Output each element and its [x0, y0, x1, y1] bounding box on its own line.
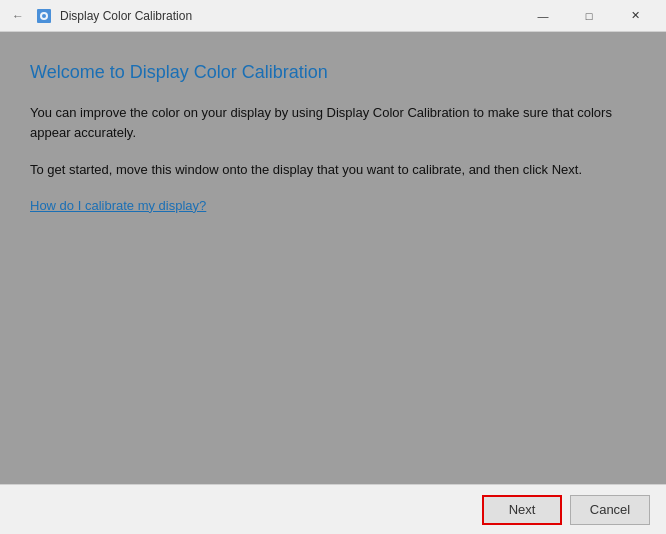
help-link[interactable]: How do I calibrate my display? [30, 198, 636, 213]
page-title: Welcome to Display Color Calibration [30, 62, 636, 83]
description-paragraph-2: To get started, move this window onto th… [30, 160, 636, 180]
app-icon [36, 8, 52, 24]
footer: Next Cancel [0, 484, 666, 534]
maximize-button[interactable]: □ [566, 0, 612, 32]
content-area: Welcome to Display Color Calibration You… [0, 32, 666, 484]
window-controls: — □ ✕ [520, 0, 658, 32]
minimize-button[interactable]: — [520, 0, 566, 32]
title-bar: ← Display Color Calibration — □ ✕ [0, 0, 666, 32]
back-button[interactable]: ← [8, 7, 28, 25]
title-bar-left: ← Display Color Calibration [8, 7, 192, 25]
close-button[interactable]: ✕ [612, 0, 658, 32]
description-paragraph-1: You can improve the color on your displa… [30, 103, 636, 142]
spacer [30, 213, 636, 465]
next-button[interactable]: Next [482, 495, 562, 525]
window: ← Display Color Calibration — □ ✕ Welcom… [0, 0, 666, 534]
svg-point-2 [42, 14, 46, 18]
window-title: Display Color Calibration [60, 9, 192, 23]
cancel-button[interactable]: Cancel [570, 495, 650, 525]
